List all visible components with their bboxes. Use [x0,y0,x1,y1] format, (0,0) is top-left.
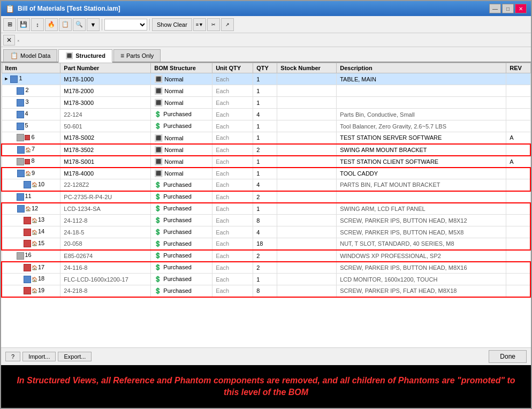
cell-bom-structure: 💲Purchased [151,179,212,191]
cell-unit-qty: Each [212,285,253,297]
toolbar-btn-10[interactable]: ↗ [221,18,234,31]
cell-part-number: 24-112-8 [60,215,151,226]
close-button[interactable]: ✕ [515,4,527,13]
maximize-button[interactable]: □ [502,4,514,13]
tab-structured-icon: 🔳 [65,52,73,59]
table-row[interactable]: ► 🏠1324-112-8💲PurchasedEach8SCREW, PARKE… [2,215,530,226]
table-row[interactable]: ► 3M178-3000🔳NormalEach1 [2,97,530,109]
toolbar-btn-4[interactable]: 🔥 [45,18,58,31]
cell-bom-structure: 💲Purchased [151,203,212,215]
cell-unit-qty: Each [212,168,253,179]
minimize-button[interactable]: — [489,4,501,13]
toolbar-btn-1[interactable]: ⊞ [3,18,16,31]
table-row[interactable]: ► 🏠7M178-3502🔳NormalEach2SWING ARM MOUNT… [2,144,530,156]
show-clear-button[interactable]: Show Clear [152,18,192,31]
cell-item: ► 🏠18 [2,274,60,285]
separator-2 [149,19,150,31]
col-rev: REV [506,63,530,73]
col-part-number: Part Number [60,63,151,73]
toolbar-btn-3[interactable]: ↕ [31,18,44,31]
cell-rev [506,97,530,109]
cell-stock-number [277,262,337,274]
cell-qty: 1 [253,132,277,144]
cell-item: ► 🏠7 [2,144,60,156]
cell-rev [506,85,530,97]
done-button[interactable]: Done [489,350,527,363]
cell-qty: 8 [253,215,277,226]
table-row[interactable]: ► 🏠1724-116-8💲PurchasedEach2SCREW, PARKE… [2,262,530,274]
cell-stock-number [277,226,337,238]
cell-stock-number [277,132,337,144]
main-window: 📋 Bill of Materials [Test Station.iam] —… [0,0,532,409]
import-button[interactable]: Import... [22,352,56,361]
help-button[interactable]: ? [5,352,20,361]
cell-bom-structure: 🔳Normal [151,144,212,156]
cell-unit-qty: Each [212,73,253,85]
table-row[interactable]: ► 2M178-2000🔳NormalEach1 [2,85,530,97]
cell-description: Tool Balancer, Zero Gravity, 2.6~5.7 LBS [337,120,506,132]
table-row[interactable]: ► 6M178-S002🔳NormalEach1TEST STATION SER… [2,132,530,144]
cell-qty: 2 [253,191,277,203]
export-button[interactable]: Export... [58,352,92,361]
table-row[interactable]: ► 8M178-S001🔳NormalEach1TEST STATION CLI… [2,156,530,168]
toolbar-btn-8[interactable]: ≡▼ [193,18,206,31]
table-row[interactable]: ► 🏠12LCD-1234-SA💲PurchasedEach1SWING ARM… [2,203,530,215]
cell-item: ► 8 [2,156,60,168]
cell-unit-qty: Each [212,109,253,120]
cell-bom-structure: 💲Purchased [151,274,212,285]
table-row[interactable]: ► 🏠1022-128Z2💲PurchasedEach4PARTS BIN, F… [2,179,530,191]
table-row[interactable]: ► 550-601💲PurchasedEach1Tool Balancer, Z… [2,120,530,132]
cell-part-number: M178-3000 [60,97,151,109]
cell-stock-number [277,215,337,226]
cell-stock-number [277,109,337,120]
table-row[interactable]: ► 🏠1424-18-5💲PurchasedEach4SCREW, PARKER… [2,226,530,238]
tab-parts-only[interactable]: ≡ Parts Only [113,49,161,62]
table-row[interactable]: ► 🏠9M178-4000🔳NormalEach1TOOL CADDY [2,168,530,179]
cell-bom-structure: 💲Purchased [151,191,212,203]
cell-bom-structure: 🔳Normal [151,168,212,179]
table-row[interactable]: ► 🏠1520-058💲PurchasedEach18NUT, T SLOT, … [2,238,530,250]
col-unit-qty: Unit QTY [212,63,253,73]
cell-description: SWING ARM MOUNT BRACKET [337,144,506,156]
table-row[interactable]: ► 16E85-02674💲PurchasedEach2WINDOWS XP P… [2,250,530,262]
table-row[interactable]: ► 🏠1924-218-8💲PurchasedEach8SCREW, PARKE… [2,285,530,297]
toolbar-small-btn-1[interactable]: ✕ [3,35,15,46]
toolbar-btn-7[interactable]: ▼ [87,18,100,31]
cell-item: ► 1 [2,73,60,85]
cell-part-number: M178-4000 [60,168,151,179]
cell-unit-qty: Each [212,156,253,168]
cell-rev [506,191,530,203]
cell-rev [506,238,530,250]
cell-part-number: LCD-1234-SA [60,203,151,215]
table-row[interactable]: ► 422-124💲PurchasedEach4Parts Bin, Condu… [2,109,530,120]
cell-qty: 4 [253,226,277,238]
toolbar-btn-5[interactable]: 📋 [59,18,72,31]
cell-qty: 1 [253,73,277,85]
table-row[interactable]: ► 1M178-1000🔳NormalEach1TABLE, MAIN [2,73,530,85]
cell-part-number: M178-S002 [60,132,151,144]
cell-part-number: M178-1000 [60,73,151,85]
cell-unit-qty: Each [212,250,253,262]
cell-stock-number [277,191,337,203]
cell-qty: 1 [253,120,277,132]
table-container[interactable]: Item Part Number BOM Structure Unit QTY … [1,63,531,347]
cell-bom-structure: 💲Purchased [151,120,212,132]
table-row[interactable]: ► 🏠18FLC-LCD-1600x1200-17💲PurchasedEach1… [2,274,530,285]
toolbar-dropdown[interactable] [104,19,147,31]
cell-stock-number [277,156,337,168]
toolbar-btn-9[interactable]: ✂ [207,18,220,31]
cell-unit-qty: Each [212,191,253,203]
tab-structured[interactable]: 🔳 Structured [58,49,112,63]
separator-1 [102,19,102,31]
cell-item: ► 4 [2,109,60,120]
toolbar-btn-2[interactable]: 💾 [17,18,30,31]
tab-model-data-label: Model Data [20,52,50,59]
app-icon: 📋 [5,4,14,13]
cell-unit-qty: Each [212,226,253,238]
table-row[interactable]: ► 11PC-2735-R-P4-2U💲PurchasedEach2 [2,191,530,203]
cell-unit-qty: Each [212,262,253,274]
toolbar-btn-6[interactable]: 🔍 [73,18,86,31]
tab-model-data[interactable]: 📋 Model Data [3,49,57,62]
cell-part-number: 50-601 [60,120,151,132]
cell-description: TEST STATION SERVER SOFTWARE [337,132,506,144]
